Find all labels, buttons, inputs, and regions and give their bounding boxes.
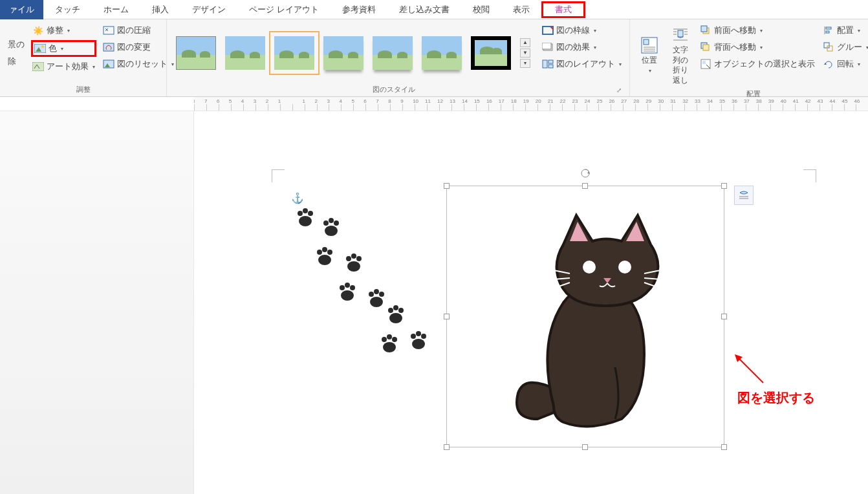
align-button[interactable]: 配置 xyxy=(821,23,868,38)
send-backward-button[interactable]: 背面へ移動 xyxy=(699,40,816,54)
change-picture-icon xyxy=(103,41,114,53)
change-picture-button[interactable]: 図の変更 xyxy=(102,40,175,54)
resize-handle-l[interactable] xyxy=(444,314,450,319)
position-button[interactable]: 位置 xyxy=(634,22,665,88)
svg-point-45 xyxy=(334,220,339,226)
resize-handle-r[interactable] xyxy=(721,314,727,319)
picture-layout-button[interactable]: 図のレイアウト xyxy=(541,57,623,71)
styles-dialog-launcher[interactable]: ⤢ xyxy=(616,87,625,94)
selection-pane-button[interactable]: オブジェクトの選択と表示 xyxy=(699,57,816,71)
remove-bg-label: 除 xyxy=(8,56,16,67)
group-styles-label: 図のスタイル xyxy=(171,83,616,96)
tab-format[interactable]: 書式 xyxy=(541,1,585,18)
tab-home[interactable]: ホーム xyxy=(92,0,140,19)
color-label: 色 xyxy=(49,43,57,54)
artistic-effects-button[interactable]: アート効果 xyxy=(31,59,96,74)
resize-handle-bl[interactable] xyxy=(444,444,450,450)
compress-icon xyxy=(103,25,114,36)
svg-point-57 xyxy=(350,285,355,290)
style-thumb-6[interactable] xyxy=(422,36,462,70)
reset-picture-button[interactable]: 図のリセット xyxy=(102,57,175,71)
color-button[interactable]: 色 xyxy=(31,40,96,57)
tab-review[interactable]: 校閲 xyxy=(461,0,501,19)
resize-handle-tr[interactable] xyxy=(721,183,727,189)
margin-corner-tr xyxy=(803,169,816,182)
group-objects-label: グルー xyxy=(837,41,862,53)
layout-options-button[interactable] xyxy=(734,186,754,205)
effects-label: 図の効果 xyxy=(556,41,590,53)
remove-background-button[interactable]: 景の xyxy=(6,38,26,52)
gallery-more[interactable]: ▾ xyxy=(520,59,530,68)
remove-background-button-2[interactable]: 除 xyxy=(6,54,26,69)
svg-rect-15 xyxy=(644,39,649,45)
rotate-label: 回転 xyxy=(837,58,854,70)
sun-icon: ☀️ xyxy=(32,25,44,36)
resize-handle-t[interactable] xyxy=(582,183,588,189)
svg-point-2 xyxy=(41,45,44,48)
horizontal-ruler[interactable]: 8765432112345678910111213141516171819202… xyxy=(194,97,868,111)
resize-handle-br[interactable] xyxy=(721,444,727,450)
gallery-scroll-up[interactable]: ▲ xyxy=(520,38,530,47)
tab-view[interactable]: 表示 xyxy=(501,0,541,19)
ribbon-tabs: ァイル タッチ ホーム 挿入 デザイン ページ レイアウト 参考資料 差し込み文… xyxy=(0,0,868,19)
svg-point-67 xyxy=(382,337,387,342)
annotation-text: 図を選択する xyxy=(737,389,815,407)
align-label: 配置 xyxy=(837,25,854,36)
svg-point-70 xyxy=(412,339,425,349)
svg-line-80 xyxy=(737,357,763,383)
svg-point-48 xyxy=(322,247,327,252)
tab-design[interactable]: デザイン xyxy=(180,0,237,19)
svg-rect-34 xyxy=(826,31,829,33)
tab-file[interactable]: ァイル xyxy=(0,0,43,19)
bring-forward-button[interactable]: 前面へ移動 xyxy=(699,23,816,38)
picture-layout-icon xyxy=(542,58,554,70)
rotate-icon xyxy=(823,58,834,70)
compress-pictures-button[interactable]: 図の圧縮 xyxy=(102,23,175,38)
artistic-label: アート効果 xyxy=(47,61,89,72)
svg-point-43 xyxy=(323,220,329,226)
svg-rect-27 xyxy=(701,26,707,32)
resize-handle-b[interactable] xyxy=(582,444,588,450)
group-adjust: 景の 除 ☀️ 修整 色 xyxy=(0,19,167,96)
svg-rect-33 xyxy=(826,27,831,29)
picture-border-button[interactable]: 図の枠線 xyxy=(541,23,623,38)
resize-handle-tl[interactable] xyxy=(444,183,450,189)
svg-point-73 xyxy=(421,334,426,339)
svg-point-52 xyxy=(351,253,356,259)
gallery-scroll-down[interactable]: ▼ xyxy=(520,48,530,58)
rotate-button[interactable]: 回転 xyxy=(821,57,868,71)
svg-rect-10 xyxy=(542,43,551,49)
style-thumb-1[interactable] xyxy=(176,36,216,70)
svg-point-58 xyxy=(370,297,383,307)
change-label: 図の変更 xyxy=(117,41,151,53)
selected-picture[interactable] xyxy=(446,186,724,447)
group-objects-button[interactable]: グルー xyxy=(821,40,868,54)
style-thumb-5[interactable] xyxy=(373,36,413,70)
left-margin-area xyxy=(0,111,194,494)
wrap-text-button[interactable]: 文字列の 折り返し xyxy=(665,22,696,88)
corrections-button[interactable]: ☀️ 修整 xyxy=(31,23,96,38)
rotate-handle[interactable] xyxy=(580,168,591,178)
svg-point-64 xyxy=(393,305,398,310)
style-thumb-7[interactable] xyxy=(471,36,511,70)
group-icon xyxy=(823,41,834,53)
picture-styles-gallery: ▲ ▼ ▾ xyxy=(171,22,536,83)
tab-page-layout[interactable]: ページ レイアウト xyxy=(237,0,331,19)
svg-rect-4 xyxy=(103,27,114,34)
svg-point-39 xyxy=(298,211,303,216)
svg-rect-5 xyxy=(103,43,114,51)
bring-forward-icon xyxy=(700,25,711,36)
document-page[interactable]: ⚓ xyxy=(194,111,868,494)
style-thumb-4[interactable] xyxy=(323,36,363,70)
style-thumb-3[interactable] xyxy=(274,36,314,70)
svg-point-40 xyxy=(303,208,308,213)
svg-point-59 xyxy=(369,292,374,297)
tab-touch[interactable]: タッチ xyxy=(43,0,92,19)
border-label: 図の枠線 xyxy=(556,25,590,36)
picture-effects-button[interactable]: 図の効果 xyxy=(541,40,623,54)
paw-prints-image[interactable] xyxy=(291,202,440,363)
tab-mailings[interactable]: 差し込み文書 xyxy=(387,0,461,19)
style-thumb-2[interactable] xyxy=(225,36,265,70)
tab-references[interactable]: 参考資料 xyxy=(331,0,387,19)
tab-insert[interactable]: 挿入 xyxy=(140,0,180,19)
